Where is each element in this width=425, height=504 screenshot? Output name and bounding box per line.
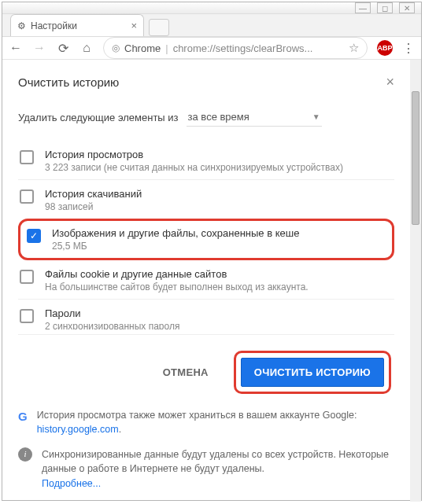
os-titlebar: — ◻ ✕ xyxy=(2,2,421,14)
tab-settings[interactable]: ⚙ Настройки × xyxy=(10,14,144,36)
item-subtitle: 3 223 записи (не считая данных на синхро… xyxy=(45,162,343,173)
items-list: История просмотров 3 223 записи (не счит… xyxy=(18,141,394,329)
more-link[interactable]: Подробнее... xyxy=(42,476,394,491)
list-item[interactable]: История скачиваний 98 записей xyxy=(18,180,394,219)
dialog-header: Очистить историю × xyxy=(18,74,394,90)
google-history-link[interactable]: history.google.com xyxy=(37,424,119,435)
footer-sync-text1: Синхронизированные данные будут удалены … xyxy=(42,449,336,460)
clear-history-dialog: Очистить историю × Удалить следующие эле… xyxy=(2,60,410,502)
filter-label: Удалить следующие элементы из xyxy=(18,112,179,123)
checkbox-checked[interactable]: ✓ xyxy=(27,229,41,243)
item-subtitle: 25,5 МБ xyxy=(52,241,299,252)
window-maximize-button[interactable]: ◻ xyxy=(377,2,393,13)
forward-button[interactable]: → xyxy=(32,41,46,55)
item-title: История просмотров xyxy=(45,149,343,160)
checkbox[interactable] xyxy=(20,270,34,284)
reload-button[interactable]: ⟳ xyxy=(56,41,70,56)
gear-icon: ⚙ xyxy=(17,20,26,31)
item-title: История скачиваний xyxy=(45,188,142,200)
tab-close-icon[interactable]: × xyxy=(131,20,137,31)
list-item[interactable]: Пароли 2 синхронизированных пароля xyxy=(18,300,394,329)
checkbox[interactable] xyxy=(20,150,34,164)
close-icon[interactable]: × xyxy=(386,74,394,90)
adblock-icon[interactable]: ABP xyxy=(377,40,393,56)
browser-window: — ◻ ✕ ⚙ Настройки × ← → ⟳ ⌂ ◎ Chrome | ☆… xyxy=(2,2,422,501)
chevron-down-icon: ▼ xyxy=(312,112,320,121)
checkbox[interactable] xyxy=(20,309,34,323)
list-item-highlighted[interactable]: ✓ Изображения и другие файлы, сохраненны… xyxy=(18,219,394,260)
list-item[interactable]: Файлы cookie и другие данные сайтов На б… xyxy=(18,260,394,300)
time-range-value: за все время xyxy=(188,111,249,123)
browser-menu-button[interactable]: ⋮ xyxy=(402,41,415,56)
confirm-button[interactable]: ОЧИСТИТЬ ИСТОРИЮ xyxy=(241,358,384,387)
checkbox[interactable] xyxy=(20,189,34,204)
home-button[interactable]: ⌂ xyxy=(79,41,94,55)
page-content: Очистить историю × Удалить следующие эле… xyxy=(2,60,421,502)
scrollbar-thumb[interactable] xyxy=(412,91,419,225)
address-label: Chrome xyxy=(124,42,161,54)
time-range-select[interactable]: за все время ▼ xyxy=(187,108,322,127)
dialog-title: Очистить историю xyxy=(18,75,119,89)
item-subtitle: На большинстве сайтов будет выполнен вых… xyxy=(45,281,309,292)
info-icon: i xyxy=(18,447,32,462)
window-minimize-button[interactable]: — xyxy=(355,2,371,13)
item-subtitle: 98 записей xyxy=(45,201,142,212)
dialog-footer: G История просмотра также может хранитьс… xyxy=(18,408,394,491)
address-bar[interactable]: ◎ Chrome | ☆ xyxy=(103,37,368,59)
confirm-button-highlight: ОЧИСТИТЬ ИСТОРИЮ xyxy=(234,351,391,394)
cancel-button[interactable]: ОТМЕНА xyxy=(150,359,221,386)
google-icon: G xyxy=(18,408,28,425)
new-tab-button[interactable] xyxy=(149,19,169,36)
footer-google-note: G История просмотра также может хранитьс… xyxy=(18,408,394,436)
scrollbar[interactable] xyxy=(410,60,421,502)
footer-sync-note: i Синхронизированные данные будут удален… xyxy=(18,447,394,490)
item-title: Файлы cookie и другие данные сайтов xyxy=(45,268,309,280)
site-info-icon[interactable]: ◎ xyxy=(112,42,120,53)
back-button[interactable]: ← xyxy=(9,41,23,55)
bookmark-star-icon[interactable]: ☆ xyxy=(349,41,359,55)
tab-title: Настройки xyxy=(31,20,77,31)
tab-bar: ⚙ Настройки × xyxy=(2,14,421,37)
footer-google-text: История просмотра также может храниться … xyxy=(37,410,357,421)
item-title: Изображения и другие файлы, сохраненные … xyxy=(52,227,299,239)
item-subtitle: 2 синхронизированных пароля xyxy=(45,321,179,329)
window-close-button[interactable]: ✕ xyxy=(399,2,415,13)
dialog-actions: ОТМЕНА ОЧИСТИТЬ ИСТОРИЮ xyxy=(18,334,394,408)
filter-row: Удалить следующие элементы из за все вре… xyxy=(18,108,394,127)
address-input[interactable] xyxy=(173,42,344,54)
list-item[interactable]: История просмотров 3 223 записи (не счит… xyxy=(18,141,394,180)
item-title: Пароли xyxy=(45,307,179,319)
toolbar: ← → ⟳ ⌂ ◎ Chrome | ☆ ABP ⋮ xyxy=(2,37,421,60)
